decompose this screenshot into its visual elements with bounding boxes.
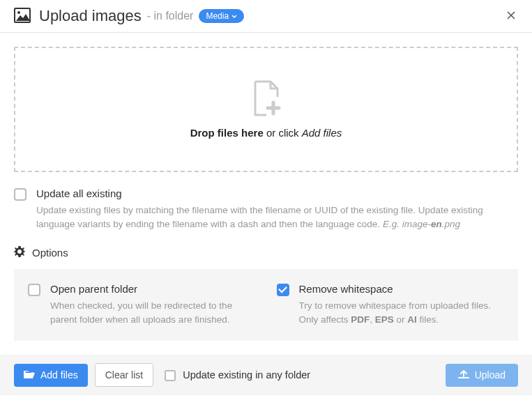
remove-whitespace-desc: Try to remove whitespace from uploaded f… xyxy=(299,299,505,328)
open-parent-label: Open parent folder xyxy=(50,283,256,295)
update-all-example: E.g. image-en.png xyxy=(383,219,460,229)
update-all-content: Update all existing Update existing file… xyxy=(36,187,518,232)
folder-open-icon xyxy=(24,369,35,381)
option-remove-whitespace: Remove whitespace Try to remove whitespa… xyxy=(277,283,505,328)
modal-subtitle: - in folder xyxy=(147,10,194,22)
clear-list-label: Clear list xyxy=(105,369,143,381)
update-all-desc: Update existing files by matching the fi… xyxy=(36,204,518,232)
remove-whitespace-checkbox[interactable] xyxy=(277,284,289,296)
update-all-label: Update all existing xyxy=(36,187,518,199)
folder-badge[interactable]: Media xyxy=(199,9,244,23)
close-icon xyxy=(507,10,515,22)
upload-button[interactable]: Upload xyxy=(446,364,518,387)
update-any-checkbox[interactable] xyxy=(165,370,176,381)
modal-title-group: Upload images - in folder Media xyxy=(39,7,244,25)
update-any-label: Update existing in any folder xyxy=(183,369,310,381)
add-files-button[interactable]: Add files xyxy=(14,364,88,387)
update-all-checkbox[interactable] xyxy=(14,188,26,201)
folder-badge-label: Media xyxy=(206,11,229,21)
chevron-down-icon xyxy=(231,13,237,20)
upload-modal: Upload images - in folder Media xyxy=(0,0,532,395)
update-all-row: Update all existing Update existing file… xyxy=(14,187,518,232)
gear-icon xyxy=(14,246,25,259)
options-panel: Open parent folder When checked, you wil… xyxy=(14,269,518,341)
modal-header: Upload images - in folder Media xyxy=(0,0,532,33)
update-any-row: Update existing in any folder xyxy=(165,369,310,381)
options-header: Options xyxy=(14,246,518,259)
upload-label: Upload xyxy=(475,369,506,381)
dropzone-text: Drop files here or click Add files xyxy=(190,127,342,139)
close-button[interactable] xyxy=(504,7,518,25)
image-icon xyxy=(14,8,31,25)
modal-footer: Add files Clear list Update existing in … xyxy=(0,355,532,395)
modal-body: Drop files here or click Add files Updat… xyxy=(0,33,532,355)
clear-list-button[interactable]: Clear list xyxy=(95,363,153,387)
dropzone-bold: Drop files here xyxy=(190,127,264,139)
open-parent-content: Open parent folder When checked, you wil… xyxy=(50,283,256,328)
options-label: Options xyxy=(32,247,68,259)
remove-whitespace-label: Remove whitespace xyxy=(299,283,505,295)
remove-whitespace-content: Remove whitespace Try to remove whitespa… xyxy=(299,283,505,328)
open-parent-desc: When checked, you will be redirected to … xyxy=(50,299,256,328)
modal-title: Upload images xyxy=(39,7,142,25)
dropzone-plain: or click xyxy=(266,127,299,139)
dropzone-italic: Add files xyxy=(302,127,342,139)
file-add-icon xyxy=(251,80,282,118)
open-parent-checkbox[interactable] xyxy=(28,284,40,296)
dropzone[interactable]: Drop files here or click Add files xyxy=(14,47,518,172)
upload-icon xyxy=(458,369,469,381)
add-files-label: Add files xyxy=(40,369,78,381)
svg-point-1 xyxy=(17,11,20,14)
option-open-parent: Open parent folder When checked, you wil… xyxy=(28,283,256,328)
